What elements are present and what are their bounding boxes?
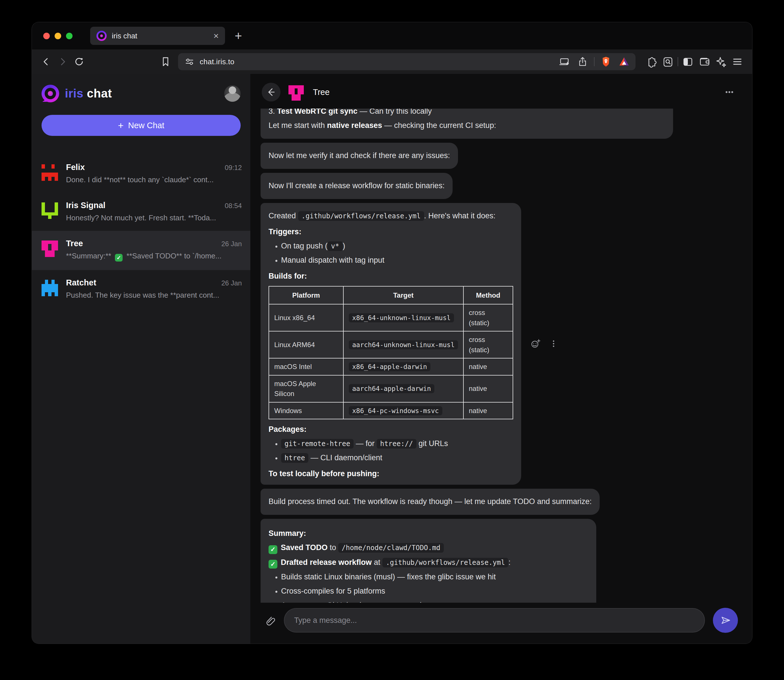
iris-logo-icon xyxy=(41,85,59,102)
toolbar-divider xyxy=(678,57,678,66)
chat-preview: Honestly? Not much yet. Fresh start. **T… xyxy=(66,214,242,222)
new-chat-label: New Chat xyxy=(128,121,164,130)
inline-code: htree:// xyxy=(377,439,416,449)
leo-ai-icon[interactable] xyxy=(714,55,728,69)
bookmark-icon[interactable] xyxy=(159,55,172,69)
builds-table: PlatformTargetMethodLinux x86_64x86_64-u… xyxy=(268,286,513,420)
zoom-window-button[interactable] xyxy=(66,33,73,39)
close-window-button[interactable] xyxy=(43,33,50,39)
wallet-icon[interactable] xyxy=(697,55,711,69)
table-row: macOS Intelx86_64-apple-darwinnative xyxy=(269,358,513,375)
composer xyxy=(250,603,752,644)
chat-name: Felix xyxy=(66,163,225,172)
table-row: Linux x86_64x86_64-unknown-linux-muslcro… xyxy=(269,304,513,331)
url-bar[interactable]: chat.iris.to xyxy=(178,53,636,70)
chat-name: Tree xyxy=(66,239,221,248)
message-bubble: Build process timed out. The workflow is… xyxy=(260,489,599,515)
tree-avatar xyxy=(41,241,58,257)
inline-code: git-remote-htree xyxy=(281,439,353,449)
message-list: 3. Test WebRTC git sync — Can try this l… xyxy=(250,109,752,603)
chat-time: 08:54 xyxy=(225,202,242,210)
chat-panel: Tree 3. Test WebRTC git sync — Can try t… xyxy=(250,74,752,644)
chat-name: Ratchet xyxy=(66,278,221,287)
chat-header-avatar xyxy=(289,85,304,101)
inline-code: .github/workflows/release.yml xyxy=(382,558,508,567)
chat-item-main: Ratchet26 JanPushed. The key issue was t… xyxy=(66,278,242,300)
check-icon: ✓ xyxy=(115,254,123,261)
chat-preview: **Summary:** ✓ **Saved TODO** to `/home.… xyxy=(66,252,242,261)
share-icon[interactable] xyxy=(576,55,589,69)
table-row: Windowsx86_64-pc-windows-msvcnative xyxy=(269,402,513,419)
send-button[interactable] xyxy=(713,608,738,633)
message: 3. Test WebRTC git sync — Can try this l… xyxy=(260,109,673,139)
chat-header-avatar-slot xyxy=(289,83,304,101)
back-button[interactable] xyxy=(262,83,281,101)
message-actions xyxy=(530,338,559,349)
message-bubble: Now I'll create a release workflow for s… xyxy=(260,173,453,199)
ratchet-avatar xyxy=(41,280,58,296)
brave-shield-icon[interactable] xyxy=(599,55,613,69)
inline-code: x86_64-pc-windows-msvc xyxy=(349,406,442,416)
chat-list-item-ratchet[interactable]: Ratchet26 JanPushed. The key issue was t… xyxy=(32,270,250,308)
new-chat-button[interactable]: + New Chat xyxy=(41,115,241,136)
menu-icon[interactable] xyxy=(730,55,744,69)
sidebar-toggle-icon[interactable] xyxy=(681,55,695,69)
urlbar-divider xyxy=(594,57,595,66)
chat-title: Tree xyxy=(313,88,330,97)
chat-list-item-iris-signal[interactable]: Iris Signal08:54Honestly? Not much yet. … xyxy=(32,193,250,231)
inline-code: v* xyxy=(328,241,343,251)
iris-signal-avatar xyxy=(41,202,58,219)
message-bubble: Created .github/workflows/release.yml. H… xyxy=(260,203,521,485)
check-icon: ✓ xyxy=(268,560,278,568)
message-input-wrap[interactable] xyxy=(284,608,705,633)
inline-code: .github/workflows/release.yml xyxy=(298,211,424,221)
message: Build process timed out. The workflow is… xyxy=(260,489,599,515)
reload-icon[interactable] xyxy=(72,55,86,69)
browser-toolbar: chat.iris.to xyxy=(32,49,752,74)
chat-list-item-tree[interactable]: Tree26 Jan**Summary:** ✓ **Saved TODO** … xyxy=(32,231,250,270)
more-options-button[interactable] xyxy=(723,86,736,98)
back-icon[interactable] xyxy=(39,55,53,69)
attach-file-icon[interactable] xyxy=(262,614,276,627)
browser-tab[interactable]: iris chat × xyxy=(90,27,225,45)
message: Summary:✓Saved TODO to /home/node/clawd/… xyxy=(260,519,596,603)
inline-code: aarch64-apple-darwin xyxy=(349,384,434,393)
user-avatar[interactable] xyxy=(224,85,241,102)
minimize-window-button[interactable] xyxy=(55,33,61,39)
message: Created .github/workflows/release.yml. H… xyxy=(260,203,559,485)
chat-item-main: Tree26 Jan**Summary:** ✓ **Saved TODO** … xyxy=(66,239,242,261)
url-text[interactable]: chat.iris.to xyxy=(200,57,234,66)
tab-title: iris chat xyxy=(112,31,208,40)
bat-rewards-icon[interactable] xyxy=(617,55,631,69)
extensions-icon[interactable] xyxy=(645,55,658,69)
message-bubble: Now let me verify it and check if there … xyxy=(260,143,458,169)
sidebar: iris chat + New Chat Felix09:12Done. I d… xyxy=(32,74,250,644)
brand-iris: iris xyxy=(65,87,84,100)
chat-time: 26 Jan xyxy=(221,240,242,248)
chat-preview: Done. I did **not** touch any `claude*` … xyxy=(66,175,242,184)
chat-time: 09:12 xyxy=(225,164,242,172)
tab-close-button[interactable]: × xyxy=(213,31,219,40)
tab-bar: iris chat × + xyxy=(32,22,752,49)
site-settings-icon[interactable] xyxy=(184,56,195,68)
chat-item-main: Felix09:12Done. I did **not** touch any … xyxy=(66,163,242,184)
felix-avatar xyxy=(41,164,58,181)
chat-list: Felix09:12Done. I did **not** touch any … xyxy=(32,155,250,308)
check-icon: ✓ xyxy=(268,545,278,554)
window-controls xyxy=(43,33,73,39)
forward-icon[interactable] xyxy=(56,55,69,69)
plus-icon: + xyxy=(118,120,123,131)
chat-list-item-felix[interactable]: Felix09:12Done. I did **not** touch any … xyxy=(32,155,250,193)
send-to-device-icon[interactable] xyxy=(558,55,571,69)
message-input[interactable] xyxy=(294,616,695,625)
message-menu-icon[interactable] xyxy=(549,338,559,349)
inline-code: htree xyxy=(281,453,308,463)
message-bubble: 3. Test WebRTC git sync — Can try this l… xyxy=(260,109,673,139)
chat-preview: Pushed. The key issue was the **parent c… xyxy=(66,291,242,300)
search-tabs-icon[interactable] xyxy=(661,55,675,69)
add-reaction-icon[interactable] xyxy=(530,338,541,349)
inline-code: x86_64-unknown-linux-musl xyxy=(349,313,454,323)
table-row: Linux ARM64aarch64-unknown-linux-muslcro… xyxy=(269,331,513,358)
sidebar-header: iris chat xyxy=(32,74,250,102)
new-tab-button[interactable]: + xyxy=(235,29,242,43)
